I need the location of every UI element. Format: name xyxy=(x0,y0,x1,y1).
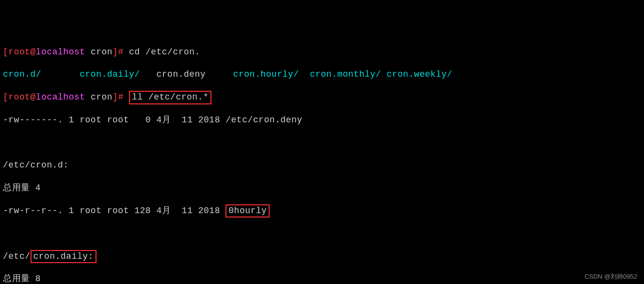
crond-total: 总用量 4 xyxy=(3,183,641,194)
deny-listing: -rw-------. 1 root root 0 4月 11 2018 /et… xyxy=(3,115,641,126)
prompt-line-1: [root@localhost cron]# cd /etc/cron. xyxy=(3,47,641,58)
command-2[interactable]: ll /etc/cron.* xyxy=(132,92,209,102)
username: root xyxy=(8,92,30,102)
comp-weekly: cron.weekly/ xyxy=(386,69,452,79)
crond-row-meta: -rw-r--r--. 1 root root 128 4月 11 2018 xyxy=(3,206,225,216)
comp-daily: cron.daily/ xyxy=(80,69,140,79)
highlight-daily: cron.daily: xyxy=(31,250,97,263)
daily-header-pre: /etc/ xyxy=(3,251,31,261)
cwd: cron xyxy=(85,47,113,57)
hostname: localhost xyxy=(36,47,85,57)
prompt-line-2: [root@localhost cron]# ll /etc/cron.* xyxy=(3,92,641,103)
bracket-close: ]# xyxy=(113,92,129,102)
crond-file: 0hourly xyxy=(228,206,267,216)
crond-row: -rw-r--r--. 1 root root 128 4月 11 2018 0… xyxy=(3,205,641,217)
bracket-close: ]# xyxy=(113,47,129,57)
highlight-cmd2: ll /etc/cron.* xyxy=(129,91,211,104)
comp-monthly: cron.monthly/ xyxy=(310,69,381,79)
bracket-open: [ xyxy=(3,47,8,57)
blank xyxy=(3,137,641,149)
hostname: localhost xyxy=(36,92,85,102)
blank xyxy=(3,228,641,239)
cwd: cron xyxy=(85,92,113,102)
highlight-0hourly: 0hourly xyxy=(225,204,270,217)
command-1[interactable]: cd /etc/cron. xyxy=(129,47,200,57)
comp-hourly: cron.hourly/ xyxy=(233,69,299,79)
crond-header: /etc/cron.d: xyxy=(3,160,641,171)
username: root xyxy=(8,47,30,57)
watermark: CSDN @刘帅0952 xyxy=(584,273,637,281)
at-sign: @ xyxy=(31,47,36,57)
bracket-open: [ xyxy=(3,92,8,102)
daily-total: 总用量 8 xyxy=(3,273,641,284)
completion-line: cron.d/ cron.daily/ cron.deny cron.hourl… xyxy=(3,69,641,80)
at-sign: @ xyxy=(31,92,36,102)
comp-deny: cron.deny xyxy=(156,69,206,79)
comp-crond: cron.d/ xyxy=(3,69,41,79)
daily-header: /etc/cron.daily: xyxy=(3,251,641,262)
